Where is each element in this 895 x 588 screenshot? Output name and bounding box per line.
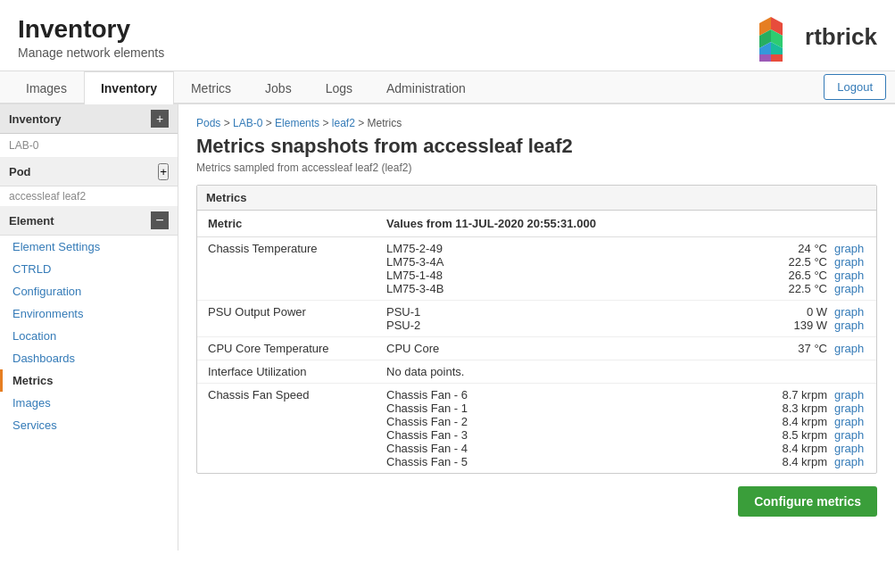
breadcrumb-elements[interactable]: Elements <box>275 117 319 129</box>
value-label: LM75-3-4B <box>386 282 758 295</box>
breadcrumb-lab0[interactable]: LAB-0 <box>233 117 262 129</box>
sidebar-inventory-section[interactable]: Inventory + <box>0 104 178 134</box>
sidebar-element-minus[interactable]: − <box>151 211 169 229</box>
value-label: LM75-1-48 <box>386 269 758 282</box>
sidebar-element-section-label: Element <box>9 214 54 228</box>
content-area: Pods > LAB-0 > Elements > leaf2 > Metric… <box>178 104 895 551</box>
value-number: 22.5 °C <box>765 282 827 295</box>
value-number: 37 °C <box>765 342 827 355</box>
graph-link[interactable]: graph <box>834 428 866 442</box>
breadcrumb: Pods > LAB-0 > Elements > leaf2 > Metric… <box>196 117 877 129</box>
sidebar-item-images[interactable]: Images <box>0 392 178 414</box>
value-label: PSU-2 <box>386 319 758 332</box>
breadcrumb-pods[interactable]: Pods <box>196 117 220 129</box>
app-title: Inventory <box>18 15 164 44</box>
col-values: Values from 11-JUL-2020 20:55:31.000 <box>376 211 876 237</box>
value-label: LM75-2-49 <box>386 242 758 255</box>
tab-inventory[interactable]: Inventory <box>84 71 174 104</box>
value-row: Chassis Fan - 48.4 krpmgraph <box>386 442 866 455</box>
value-number: 26.5 °C <box>765 269 827 282</box>
graph-link[interactable]: graph <box>834 319 866 332</box>
value-row: Chassis Fan - 68.7 krpmgraph <box>386 388 866 402</box>
logout-button[interactable]: Logout <box>824 74 886 100</box>
tab-metrics[interactable]: Metrics <box>174 71 248 104</box>
value-number: 8.4 krpm <box>765 442 827 455</box>
graph-link[interactable]: graph <box>834 269 866 282</box>
graph-link[interactable]: graph <box>834 402 866 415</box>
configure-metrics-button[interactable]: Configure metrics <box>738 486 877 517</box>
value-label: PSU-1 <box>386 305 758 319</box>
sidebar-item-services[interactable]: Services <box>0 414 178 436</box>
metric-name: CPU Core Temperature <box>197 337 376 360</box>
value-label: Chassis Fan - 2 <box>386 415 758 428</box>
graph-link[interactable]: graph <box>834 305 866 319</box>
value-row: Chassis Fan - 28.4 krpmgraph <box>386 415 866 428</box>
tab-administration[interactable]: Administration <box>369 71 483 104</box>
graph-link[interactable]: graph <box>834 442 866 455</box>
sidebar-item-metrics[interactable]: Metrics <box>0 369 178 392</box>
page-title: Metrics snapshots from accessleaf leaf2 <box>196 135 877 158</box>
graph-link[interactable]: graph <box>834 342 866 355</box>
table-row: CPU Core TemperatureCPU Core37 °Cgraph <box>197 337 876 360</box>
value-number: 8.4 krpm <box>765 415 827 428</box>
sidebar-item-configuration[interactable]: Configuration <box>0 280 178 302</box>
table-row: Chassis TemperatureLM75-2-4924 °CgraphLM… <box>197 237 876 301</box>
graph-link[interactable]: graph <box>834 455 866 468</box>
tab-jobs[interactable]: Jobs <box>248 71 309 104</box>
main-layout: Inventory + LAB-0 Pod + accessleaf leaf2… <box>0 104 895 551</box>
svg-marker-7 <box>771 54 783 62</box>
sidebar-pod-label: LAB-0 <box>0 134 178 158</box>
value-label: Chassis Fan - 5 <box>386 455 758 468</box>
sidebar-item-dashboards[interactable]: Dashboards <box>0 347 178 369</box>
metric-name: PSU Output Power <box>197 301 376 337</box>
value-row: PSU-2139 Wgraph <box>386 319 866 332</box>
graph-link[interactable]: graph <box>834 282 866 295</box>
table-row: PSU Output PowerPSU-10 WgraphPSU-2139 Wg… <box>197 301 876 337</box>
breadcrumb-current: Metrics <box>368 117 402 129</box>
metric-values-cell: LM75-2-4924 °CgraphLM75-3-4A22.5 °Cgraph… <box>376 237 876 301</box>
value-number: 8.5 krpm <box>765 428 827 442</box>
value-label: LM75-3-4A <box>386 255 758 269</box>
metric-values-cell: PSU-10 WgraphPSU-2139 Wgraph <box>376 301 876 337</box>
value-row: LM75-3-4A22.5 °Cgraph <box>386 255 866 269</box>
sidebar-inventory-label: Inventory <box>9 112 62 126</box>
sidebar-item-ctrld[interactable]: CTRLD <box>0 258 178 280</box>
graph-link[interactable]: graph <box>834 388 866 402</box>
metric-values-cell: CPU Core37 °Cgraph <box>376 337 876 360</box>
value-row: PSU-10 Wgraph <box>386 305 866 319</box>
graph-link[interactable]: graph <box>834 255 866 269</box>
value-row: LM75-3-4B22.5 °Cgraph <box>386 282 866 295</box>
sidebar-element-group-label: accessleaf leaf2 <box>0 186 178 206</box>
value-number: 8.3 krpm <box>765 402 827 415</box>
table-row: Chassis Fan SpeedChassis Fan - 68.7 krpm… <box>197 384 876 474</box>
tab-images[interactable]: Images <box>9 71 84 104</box>
value-number: 8.7 krpm <box>765 388 827 402</box>
header: Inventory Manage network elements rtbric… <box>0 0 895 71</box>
sidebar-pod-section[interactable]: Pod + <box>0 158 178 186</box>
value-row: LM75-1-4826.5 °Cgraph <box>386 269 866 282</box>
sidebar-element-section[interactable]: Element − <box>0 206 178 236</box>
graph-link[interactable]: graph <box>834 242 866 255</box>
sidebar-item-element-settings[interactable]: Element Settings <box>0 236 178 258</box>
value-number: 22.5 °C <box>765 255 827 269</box>
graph-link[interactable]: graph <box>834 415 866 428</box>
value-row: Chassis Fan - 58.4 krpmgraph <box>386 455 866 468</box>
value-label: Chassis Fan - 4 <box>386 442 758 455</box>
value-label: CPU Core <box>386 342 758 355</box>
value-label: Chassis Fan - 1 <box>386 402 758 415</box>
sidebar-item-environments[interactable]: Environments <box>0 302 178 325</box>
sidebar-inventory-plus[interactable]: + <box>151 110 169 128</box>
header-title: Inventory Manage network elements <box>18 15 164 60</box>
sidebar-pod-section-label: Pod <box>9 165 31 178</box>
value-row: LM75-2-4924 °Cgraph <box>386 242 866 255</box>
breadcrumb-leaf2[interactable]: leaf2 <box>332 117 355 129</box>
sidebar-item-location[interactable]: Location <box>0 325 178 347</box>
svg-marker-6 <box>759 54 771 62</box>
metric-name: Chassis Temperature <box>197 237 376 301</box>
tab-logs[interactable]: Logs <box>309 71 369 104</box>
sidebar: Inventory + LAB-0 Pod + accessleaf leaf2… <box>0 104 178 551</box>
logo: rtbrick <box>747 12 877 62</box>
sidebar-pod-plus[interactable]: + <box>158 163 169 180</box>
value-number: 139 W <box>765 319 827 332</box>
logo-text: rtbrick <box>805 23 877 51</box>
